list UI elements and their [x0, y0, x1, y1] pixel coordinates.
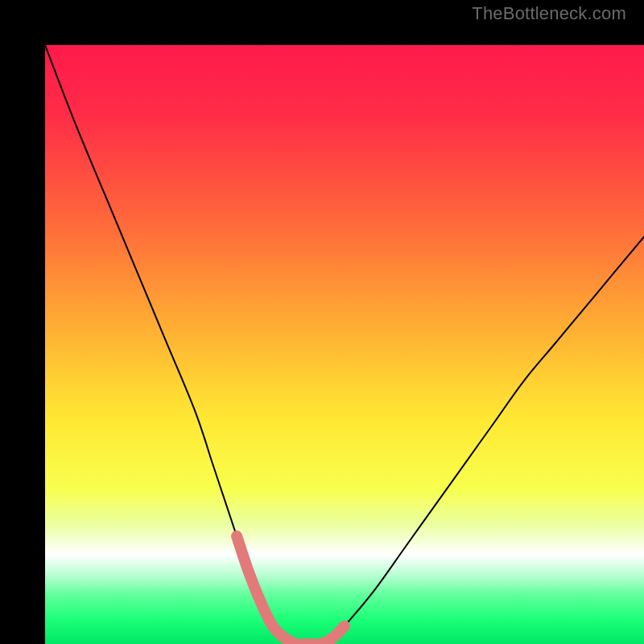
bottleneck-chart — [45, 45, 644, 644]
plot-area — [45, 45, 644, 644]
chart-frame — [0, 0, 644, 644]
watermark-text: TheBottleneck.com — [472, 3, 626, 24]
